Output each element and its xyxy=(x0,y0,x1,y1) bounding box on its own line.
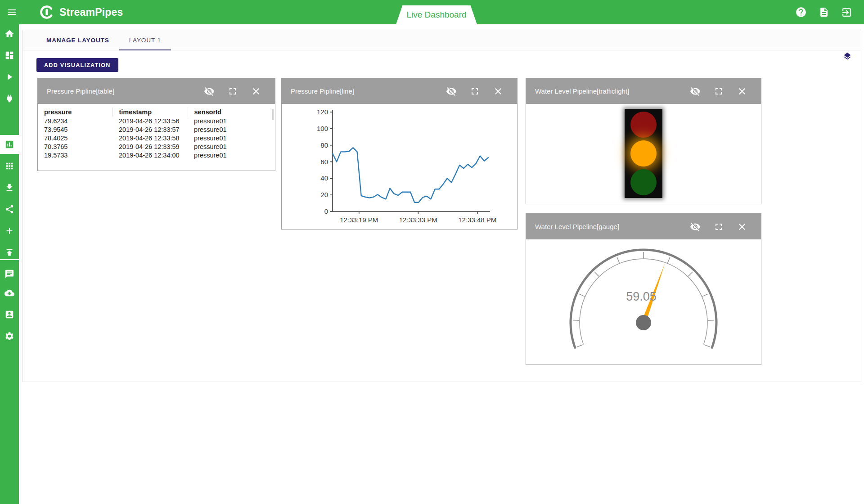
download-icon xyxy=(4,183,14,193)
widget-header-line[interactable]: Pressure Pipline[line] xyxy=(282,78,517,104)
table-body: 79.62342019-04-26 12:33:56pressure0173.9… xyxy=(38,117,269,159)
fullscreen-icon[interactable] xyxy=(227,86,238,97)
table-column-header: pressure xyxy=(38,108,112,117)
widget-header-gauge[interactable]: Water Level Pipeline[gauge] xyxy=(526,214,761,239)
widget-gauge: Water Level Pipeline[gauge] 59.05 xyxy=(526,213,761,365)
traffic-light xyxy=(625,109,662,198)
widget-title: Pressure Pipline[table] xyxy=(47,87,114,95)
table-scrollbar[interactable] xyxy=(272,109,274,120)
live-dashboard-page-tab[interactable]: Live Dashboard xyxy=(396,5,477,24)
chat-icon xyxy=(4,269,14,279)
sidebar-nav xyxy=(0,24,19,504)
sidebar-item-connect[interactable] xyxy=(0,89,19,108)
sidebar-item-add[interactable] xyxy=(0,221,19,240)
svg-text:12:33:19 PM: 12:33:19 PM xyxy=(340,216,378,224)
visibility-off-icon[interactable] xyxy=(446,86,457,97)
sidebar-item-cloud[interactable] xyxy=(0,284,19,302)
top-app-bar: StreamPipes Live Dashboard xyxy=(0,0,864,24)
close-icon[interactable] xyxy=(737,86,747,97)
tab-layout-1[interactable]: LAYOUT 1 xyxy=(119,30,171,50)
visibility-off-icon[interactable] xyxy=(690,86,701,97)
add-icon xyxy=(4,226,14,236)
sidebar-item-download[interactable] xyxy=(0,178,19,197)
table-row: 70.37652019-04-26 12:33:59pressure01 xyxy=(38,142,269,151)
sidebar-item-home[interactable] xyxy=(0,24,19,43)
visibility-off-icon[interactable] xyxy=(690,221,701,232)
pressure-data-table: pressuretimestampsensorId 79.62342019-04… xyxy=(38,108,269,159)
home-icon xyxy=(4,29,14,39)
add-visualization-button[interactable]: ADD VISUALIZATION xyxy=(36,58,118,72)
svg-text:100: 100 xyxy=(317,125,328,132)
layers-icon[interactable] xyxy=(843,52,852,61)
sidebar-item-settings[interactable] xyxy=(0,327,19,346)
active-tab-indicator xyxy=(119,50,171,50)
table-column-header: timestamp xyxy=(112,108,188,117)
widget-pressure-line: Pressure Pipline[line] 02040608010012012… xyxy=(281,78,518,230)
widget-title: Water Level Pipeline[gauge] xyxy=(535,223,619,230)
svg-text:20: 20 xyxy=(320,191,328,198)
settings-icon xyxy=(4,331,14,341)
topbar-actions xyxy=(795,6,864,18)
visibility-off-icon[interactable] xyxy=(204,86,215,97)
sidebar-item-live-dashboard[interactable] xyxy=(0,135,19,154)
sidebar-divider xyxy=(0,259,19,260)
widget-header-table[interactable]: Pressure Pipline[table] xyxy=(38,78,275,104)
cloud-download-icon xyxy=(4,288,14,298)
widget-header-trafficlight[interactable]: Water Level Pipeline[trafficlight] xyxy=(526,78,761,104)
sidebar-item-notifications[interactable] xyxy=(0,265,19,284)
pressure-line-chart: 02040608010012012:33:19 PM12:33:33 PM12:… xyxy=(282,104,517,229)
fullscreen-icon[interactable] xyxy=(713,221,724,232)
widget-title: Water Level Pipeline[trafficlight] xyxy=(535,87,629,95)
svg-text:12:33:33 PM: 12:33:33 PM xyxy=(399,216,437,224)
plug-icon xyxy=(4,94,14,104)
widget-trafficlight: Water Level Pipeline[trafficlight] xyxy=(526,78,761,204)
water-level-gauge: 59.05 xyxy=(526,239,761,364)
table-row: 73.95452019-04-26 12:33:57pressure01 xyxy=(38,125,269,134)
fullscreen-icon[interactable] xyxy=(469,86,480,97)
close-icon[interactable] xyxy=(493,86,504,97)
svg-text:120: 120 xyxy=(317,108,328,116)
gauge-value: 59.05 xyxy=(626,290,657,303)
table-row: 19.57332019-04-26 12:34:00pressure01 xyxy=(38,151,269,159)
svg-text:12:33:48 PM: 12:33:48 PM xyxy=(458,216,496,224)
table-row: 79.62342019-04-26 12:33:56pressure01 xyxy=(38,117,269,125)
table-column-header: sensorId xyxy=(188,108,269,117)
svg-text:0: 0 xyxy=(324,207,328,215)
app-title: StreamPipes xyxy=(59,6,123,18)
streampipes-logo-icon xyxy=(39,4,55,20)
sidebar-item-apps[interactable] xyxy=(0,157,19,176)
bar-chart-icon xyxy=(4,140,14,149)
traffic-light-red xyxy=(630,112,657,138)
upload-icon xyxy=(4,248,14,257)
brand: StreamPipes xyxy=(39,4,123,20)
widget-pressure-table: Pressure Pipline[table] pressuretimestam… xyxy=(37,78,275,171)
apps-icon xyxy=(4,161,14,171)
sidebar-item-profile[interactable] xyxy=(0,305,19,324)
widget-title: Pressure Pipline[line] xyxy=(291,87,354,95)
logout-icon[interactable] xyxy=(841,7,852,18)
page-tab-label: Live Dashboard xyxy=(406,10,466,20)
table-row: 78.40252019-04-26 12:33:58pressure01 xyxy=(38,134,269,142)
dashboard-icon xyxy=(4,50,14,60)
menu-icon[interactable] xyxy=(0,0,24,24)
close-icon[interactable] xyxy=(737,221,747,232)
sidebar-item-pipelines[interactable] xyxy=(0,68,19,86)
table-header-row: pressuretimestampsensorId xyxy=(38,108,269,117)
sidebar-item-share[interactable] xyxy=(0,200,19,219)
layout-tabbar: MANAGE LAYOUTS LAYOUT 1 xyxy=(23,30,861,50)
tab-layout-1-label: LAYOUT 1 xyxy=(129,37,161,44)
svg-text:40: 40 xyxy=(320,174,328,182)
svg-text:60: 60 xyxy=(320,158,328,166)
tab-manage-layouts-label: MANAGE LAYOUTS xyxy=(46,37,109,44)
sidebar-item-dashboard[interactable] xyxy=(0,46,19,65)
help-icon[interactable] xyxy=(795,6,807,18)
close-icon[interactable] xyxy=(251,86,261,97)
account-icon xyxy=(4,310,14,320)
play-icon xyxy=(4,72,14,82)
traffic-light-green xyxy=(630,169,657,195)
traffic-light-amber xyxy=(630,140,657,166)
fullscreen-icon[interactable] xyxy=(713,86,724,97)
file-icon[interactable] xyxy=(819,7,829,18)
tab-manage-layouts[interactable]: MANAGE LAYOUTS xyxy=(36,30,119,50)
dashboard-panel: MANAGE LAYOUTS LAYOUT 1 ADD VISUALIZATIO… xyxy=(22,30,861,382)
